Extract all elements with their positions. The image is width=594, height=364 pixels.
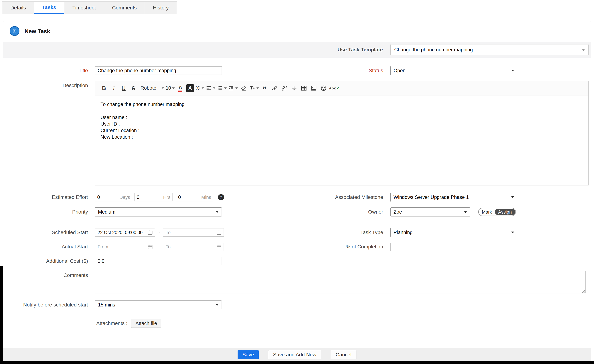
effort-hours-input[interactable] (135, 195, 153, 200)
align-icon[interactable] (206, 83, 215, 93)
chevron-down-icon (162, 87, 164, 89)
scheduled-start-to-input[interactable] (165, 230, 216, 235)
check-icon: ✓ (336, 86, 340, 90)
percent-completion-input[interactable] (391, 243, 517, 251)
chevron-down-icon (224, 87, 227, 89)
new-task-screen: Details Tasks Timesheet Comments History… (0, 0, 594, 364)
calendar-icon[interactable] (147, 244, 153, 249)
notify-select[interactable]: 15 mins (95, 300, 222, 309)
tab-timesheet[interactable]: Timesheet (64, 1, 104, 14)
effort-milestone-row: Estimated Effort Days Hrs Mins ? Associa… (3, 193, 591, 202)
comments-label: Comments (3, 272, 88, 278)
screen-edge-black-bottom (0, 361, 594, 364)
image-icon[interactable] (310, 83, 318, 93)
effort-hours-group: Hrs (134, 193, 173, 202)
priority-owner-row: Priority Medium Owner Zoe Mark Assign (3, 208, 591, 216)
calendar-icon[interactable] (216, 230, 222, 235)
page-title: New Task (25, 21, 50, 42)
description-line: To change the phone number mapping (101, 101, 583, 108)
scheduled-start-label: Scheduled Start (3, 228, 88, 237)
horizontal-rule-icon[interactable] (290, 83, 298, 93)
owner-label: Owner (294, 208, 383, 216)
task-type-value: Planning (393, 230, 413, 235)
task-type-label: Task Type (294, 228, 383, 237)
save-and-add-new-button[interactable]: Save and Add New (268, 350, 321, 359)
status-value: Open (393, 68, 405, 73)
list-icon[interactable] (217, 83, 227, 93)
notify-row: Notify before scheduled start 15 mins (3, 300, 591, 309)
comments-textarea[interactable] (95, 271, 586, 293)
save-button[interactable]: Save (237, 350, 259, 359)
actual-start-to-input[interactable] (165, 244, 216, 250)
table-icon[interactable] (300, 83, 308, 93)
chevron-down-icon (582, 49, 585, 51)
new-task-icon (10, 26, 20, 36)
status-label: Status (294, 66, 383, 75)
effort-days-input[interactable] (95, 195, 114, 200)
tab-details[interactable]: Details (2, 1, 34, 14)
owner-mode-toggle: Mark Assign (478, 208, 516, 216)
bold-icon[interactable]: B (100, 83, 108, 93)
underline-icon[interactable]: U (119, 83, 128, 93)
spellcheck-icon[interactable]: abc ✓ (329, 83, 340, 93)
scheduled-start-from-input[interactable] (97, 230, 147, 235)
attach-file-button[interactable]: Attach file (131, 319, 161, 328)
additional-cost-input[interactable] (95, 257, 222, 265)
tab-tasks[interactable]: Tasks (34, 1, 64, 14)
font-family-value: Roboto (141, 85, 156, 91)
footer-bar: Save Save and Add New Cancel (3, 348, 591, 361)
effort-mins-group: Mins (176, 193, 213, 202)
cancel-button[interactable]: Cancel (331, 350, 356, 359)
tab-history[interactable]: History (145, 1, 177, 14)
highlight-color-icon[interactable]: A (186, 83, 194, 93)
date-range-separator: - (157, 228, 162, 237)
unlink-icon[interactable] (280, 83, 289, 93)
effort-hours-unit: Hrs (163, 195, 170, 200)
link-icon[interactable] (270, 83, 279, 93)
quote-glyph: ” (263, 84, 267, 92)
scheduled-start-to-field (163, 228, 224, 237)
owner-mark-button[interactable]: Mark (479, 209, 495, 215)
quote-icon[interactable]: ” (260, 83, 269, 93)
title-label: Title (3, 66, 88, 75)
superscript-icon[interactable]: X² (196, 83, 204, 93)
font-size-select[interactable]: 10 (166, 83, 175, 93)
use-task-template-label: Use Task Template (337, 42, 383, 58)
calendar-icon[interactable] (216, 244, 222, 249)
associated-milestone-select[interactable]: Windows Server Upgrade Phase 1 (391, 193, 517, 202)
owner-select[interactable]: Zoe (391, 208, 470, 216)
chevron-down-icon (202, 87, 204, 89)
chevron-down-icon (216, 304, 219, 306)
attachments-row: Attachments : Attach file (3, 319, 591, 328)
actual-start-from-input[interactable] (97, 244, 147, 250)
description-content[interactable]: To change the phone number mapping User … (95, 96, 588, 185)
font-family-select[interactable]: Roboto (139, 83, 164, 93)
emoji-icon[interactable] (319, 83, 328, 93)
chevron-down-icon (213, 87, 215, 89)
font-color-letter: A (178, 85, 182, 92)
notify-value: 15 mins (98, 302, 115, 308)
help-icon[interactable]: ? (218, 194, 224, 200)
owner-assign-button[interactable]: Assign (495, 209, 515, 215)
title-input[interactable] (95, 66, 222, 75)
tab-comments[interactable]: Comments (104, 1, 145, 14)
priority-select[interactable]: Medium (95, 208, 222, 216)
clear-format-icon[interactable] (239, 83, 248, 93)
actual-start-label: Actual Start (3, 243, 88, 251)
scheduled-start-row: Scheduled Start - Task Type Planning (3, 228, 591, 237)
effort-mins-input[interactable] (176, 195, 195, 200)
task-template-select[interactable]: Change the phone number mapping (391, 44, 588, 55)
status-select[interactable]: Open (391, 66, 517, 75)
description-line: New Location : (101, 134, 583, 140)
chevron-down-icon (511, 70, 514, 72)
text-style-icon[interactable] (249, 83, 259, 93)
calendar-icon[interactable] (147, 230, 153, 235)
chevron-down-icon (464, 211, 467, 213)
editor-toolbar: B I U S Roboto 10 A A X² (95, 81, 588, 95)
strikethrough-icon[interactable]: S (129, 83, 138, 93)
italic-icon[interactable]: I (110, 83, 118, 93)
task-type-select[interactable]: Planning (391, 228, 517, 237)
font-color-icon[interactable]: A (176, 83, 184, 93)
indent-icon[interactable] (228, 83, 238, 93)
attachments-label: Attachments : (3, 319, 128, 328)
